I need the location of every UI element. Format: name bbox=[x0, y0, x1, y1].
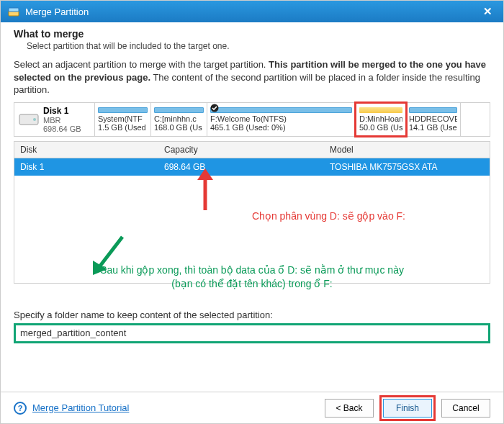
folder-label: Specify a folder name to keep content of… bbox=[14, 310, 490, 320]
arrow-green-icon bbox=[90, 233, 126, 276]
help-icon: ? bbox=[14, 402, 27, 415]
cell-model: TOSHIBA MK7575GSX ATA bbox=[324, 158, 490, 176]
partition-0[interactable]: System(NTF1.5 GB (Used bbox=[95, 103, 151, 136]
finish-button[interactable]: Finish bbox=[383, 399, 432, 418]
partition-info: 14.1 GB (Use bbox=[409, 123, 457, 132]
svg-rect-1 bbox=[9, 8, 19, 12]
table-header: Disk Capacity Model bbox=[14, 141, 490, 158]
partition-info: 465.1 GB (Used: 0%) bbox=[210, 123, 352, 132]
tutorial-link[interactable]: ? Merge Partition Tutorial bbox=[14, 402, 129, 415]
instruction-text: Select an adjacent partition to merge wi… bbox=[1, 51, 503, 96]
annotation-select-partition: Chọn phân vùng D: sẽ gộp vào F: bbox=[252, 210, 405, 222]
partition-label: D:MinhHoan bbox=[359, 114, 402, 123]
partition-info: 1.5 GB (Used bbox=[98, 123, 148, 132]
cell-capacity: 698.64 GB bbox=[158, 158, 324, 176]
cell-disk: Disk 1 bbox=[14, 158, 158, 176]
window-title: Merge Partition bbox=[25, 6, 479, 17]
col-capacity: Capacity bbox=[158, 142, 324, 158]
disk-size: 698.64 GB bbox=[43, 125, 81, 133]
svg-marker-8 bbox=[93, 261, 107, 275]
partition-bar bbox=[154, 107, 204, 113]
disk-row: Disk 1 MBR 698.64 GB System(NTF1.5 GB (U… bbox=[14, 102, 490, 137]
svg-marker-6 bbox=[197, 168, 213, 180]
partition-label: C:[minhhn.c bbox=[154, 114, 204, 123]
check-icon bbox=[210, 104, 219, 112]
svg-text:?: ? bbox=[18, 404, 23, 412]
page-heading: What to merge Select partition that will… bbox=[1, 22, 503, 51]
disk-label: Disk 1 MBR 698.64 GB bbox=[14, 103, 95, 136]
partition-info: 50.0 GB (Use bbox=[359, 123, 402, 132]
col-model: Model bbox=[324, 142, 490, 158]
partition-2[interactable]: F:Welcome To(NTFS)465.1 GB (Used: 0%) bbox=[207, 103, 356, 136]
partition-1[interactable]: C:[minhhn.c168.0 GB (Us bbox=[151, 103, 207, 136]
svg-line-7 bbox=[99, 237, 122, 268]
partition-label: HDDRECOVE bbox=[409, 114, 457, 123]
partition-bar bbox=[98, 107, 148, 113]
heading-subtitle: Select partition that will be included t… bbox=[27, 41, 490, 51]
partition-info: 168.0 GB (Us bbox=[154, 123, 204, 132]
svg-point-3 bbox=[33, 118, 36, 121]
app-icon bbox=[8, 6, 19, 17]
partition-bar bbox=[359, 107, 402, 113]
partition-bar bbox=[409, 107, 457, 113]
disk-icon bbox=[19, 111, 39, 128]
table-body: Chọn phân vùng D: sẽ gộp vào F: Sau khi … bbox=[14, 176, 490, 284]
titlebar: Merge Partition ✕ bbox=[1, 1, 503, 22]
folder-name-input[interactable]: merged_partition_content bbox=[14, 323, 490, 343]
partition-3[interactable]: D:MinhHoan50.0 GB (Use bbox=[354, 102, 408, 137]
back-button[interactable]: < Back bbox=[325, 399, 374, 418]
finish-highlight: Finish bbox=[379, 395, 436, 421]
partition-4[interactable]: HDDRECOVE14.1 GB (Use bbox=[406, 103, 461, 136]
close-icon[interactable]: ✕ bbox=[479, 3, 496, 20]
table-row[interactable]: Disk 1 698.64 GB TOSHIBA MK7575GSX ATA bbox=[14, 158, 490, 176]
partition-label: F:Welcome To(NTFS) bbox=[210, 114, 352, 123]
cancel-button[interactable]: Cancel bbox=[441, 399, 490, 418]
partitions-container: System(NTF1.5 GB (UsedC:[minhhn.c168.0 G… bbox=[95, 103, 490, 136]
partition-label: System(NTF bbox=[98, 114, 148, 123]
partition-bar bbox=[210, 107, 352, 113]
disk-type: MBR bbox=[43, 116, 81, 125]
col-disk: Disk bbox=[14, 142, 158, 158]
heading-title: What to merge bbox=[14, 28, 490, 40]
arrow-red-icon bbox=[194, 168, 216, 212]
footer: ? Merge Partition Tutorial < Back Finish… bbox=[1, 392, 503, 423]
disk-name: Disk 1 bbox=[43, 106, 81, 116]
